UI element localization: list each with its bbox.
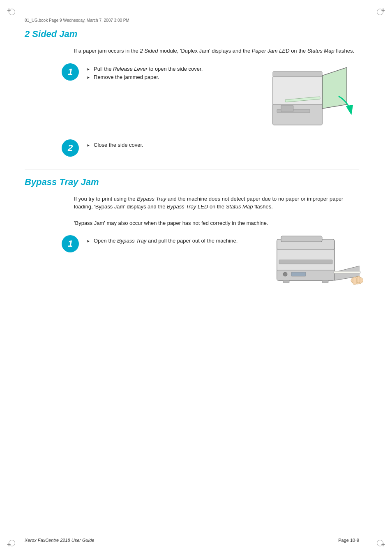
section1-step2-bullet1: Close the side cover. (86, 141, 359, 150)
main-content: 2 Sided Jam If a paper jam occurs in the… (25, 29, 359, 530)
svg-rect-10 (281, 236, 322, 242)
section2-step1-row: 1 Open the Bypass Tray and pull the pape… (62, 235, 359, 299)
svg-rect-21 (322, 280, 328, 283)
printer-side-cover-image (269, 63, 359, 131)
section2-step1-bullet1: Open the Bypass Tray and pull the paper … (86, 237, 261, 245)
svg-rect-17 (357, 276, 360, 283)
top-meta: 01_UG.book Page 9 Wednesday, March 7, 20… (25, 18, 129, 23)
section1-step2-bullets: Close the side cover. (86, 141, 359, 150)
section2-step1-bullets: Open the Bypass Tray and pull the paper … (86, 237, 261, 245)
svg-rect-14 (334, 271, 360, 273)
footer-right: Page 10-9 (338, 538, 359, 543)
corner-mark-bl (7, 536, 19, 548)
section2-step1-circle: 1 (62, 235, 79, 252)
section1-step1-row: 1 Pull the Release Lever to open the sid… (62, 63, 359, 131)
section1-heading: 2 Sided Jam (25, 29, 359, 39)
svg-marker-3 (322, 67, 347, 109)
svg-point-18 (283, 272, 287, 276)
section1-step2-circle: 2 (62, 139, 79, 157)
svg-rect-1 (273, 104, 322, 125)
printer-bypass-image (269, 235, 359, 299)
section1-step2-content: Close the side cover. (86, 139, 359, 150)
section1-step1-bullet2: Remove the jammed paper. (86, 73, 261, 82)
corner-mark-tl (7, 7, 19, 19)
section2-description2: 'Bypass Jam' may also occur when the pap… (74, 219, 359, 227)
svg-rect-19 (291, 272, 306, 276)
section-divider (25, 169, 359, 169)
svg-rect-16 (353, 277, 356, 284)
section2-step1-content: Open the Bypass Tray and pull the paper … (86, 235, 261, 245)
svg-rect-20 (283, 280, 289, 283)
section1-step1-left: 1 Pull the Release Lever to open the sid… (62, 63, 261, 82)
section1-step1-circle: 1 (62, 63, 79, 81)
printer-bypass-svg (269, 235, 363, 303)
section1-step1-content: Pull the Release Lever to open the side … (86, 63, 261, 82)
section2-step1-left: 1 Open the Bypass Tray and pull the pape… (62, 235, 261, 252)
section1-description: If a paper jam occurs in the 2 Sided mod… (74, 47, 359, 55)
section1-step1-bullets: Pull the Release Lever to open the side … (86, 65, 261, 82)
corner-mark-tr (373, 7, 385, 19)
svg-rect-6 (273, 72, 322, 76)
footer: Xerox FaxCentre 2218 User Guide Page 10-… (25, 535, 359, 543)
section1-step2-row: 2 Close the side cover. (62, 139, 359, 157)
printer-side-svg (269, 63, 359, 131)
page: 01_UG.book Page 9 Wednesday, March 7, 20… (0, 0, 392, 555)
section1-step1-bullet1: Pull the Release Lever to open the side … (86, 65, 261, 74)
svg-rect-7 (281, 105, 293, 112)
section2-heading: Bypass Tray Jam (25, 177, 359, 187)
section2-description1: If you try to print using the Bypass Tra… (74, 195, 359, 211)
svg-rect-12 (279, 260, 332, 264)
footer-left: Xerox FaxCentre 2218 User Guide (25, 538, 94, 543)
corner-mark-br (373, 536, 385, 548)
